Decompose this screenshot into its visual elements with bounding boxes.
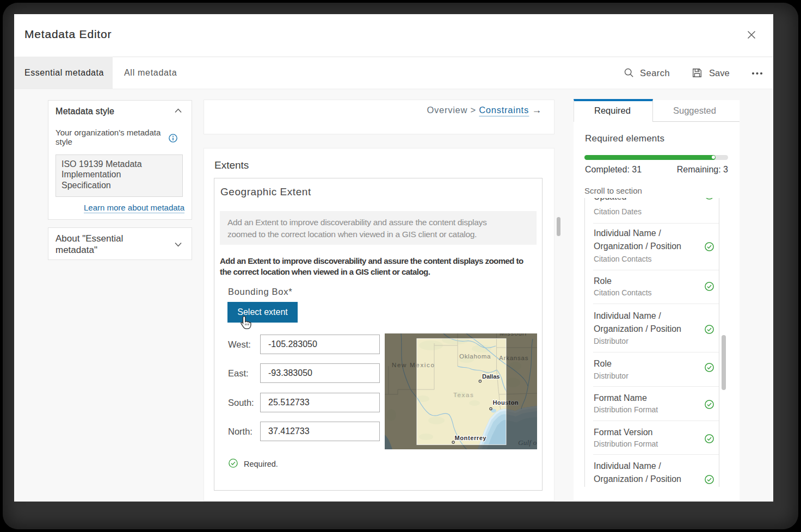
svg-text:Monterrey: Monterrey <box>455 435 487 441</box>
svg-text:Dallas: Dallas <box>482 373 500 380</box>
svg-text:Oklahoma: Oklahoma <box>459 353 491 360</box>
svg-text:Texas: Texas <box>453 392 475 398</box>
